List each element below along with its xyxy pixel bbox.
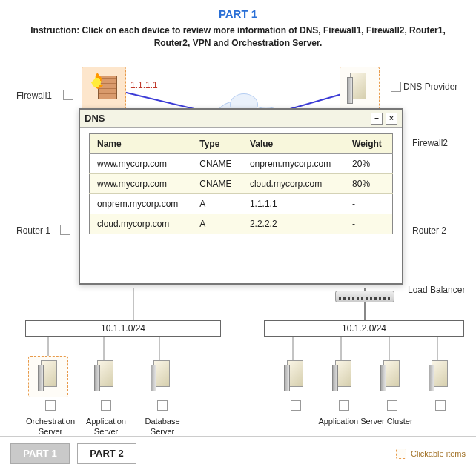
load-balancer-label: Load Balancer xyxy=(408,285,465,295)
part1-button[interactable]: PART 1 xyxy=(10,443,70,464)
server-icon xyxy=(332,357,354,391)
table-row: onprem.mycorp.com A 1.1.1.1 - xyxy=(90,194,393,214)
close-button[interactable]: × xyxy=(386,113,397,125)
col-name: Name xyxy=(90,134,193,154)
part-title: PART 1 xyxy=(0,7,476,20)
orchestration-label: Orchestration Server xyxy=(22,417,79,437)
dns-window-titlebar[interactable]: DNS – × xyxy=(80,110,402,128)
minimize-button[interactable]: – xyxy=(371,113,383,125)
application-server-checkbox[interactable] xyxy=(101,400,111,411)
cell: CNAME xyxy=(192,174,242,194)
table-row: www.mycorp.com CNAME cloud.mycorp.com 80… xyxy=(90,174,393,194)
cluster-node-3 xyxy=(369,357,414,391)
cluster-node-1-checkbox[interactable] xyxy=(291,400,301,411)
server-icon xyxy=(347,70,369,104)
table-row: www.mycorp.com CNAME onprem.mycorp.com 2… xyxy=(90,154,393,174)
firewall1-ip: 1.1.1.1 xyxy=(130,80,158,90)
cluster-node-3-checkbox[interactable] xyxy=(387,400,397,411)
col-type: Type xyxy=(192,134,242,154)
diagram-canvas: 1.1.1.1 Firewall1 DNS Provider Firewall2… xyxy=(0,61,476,409)
clickable-legend: Clickable items xyxy=(396,449,466,459)
cell: cloud.mycorp.com xyxy=(90,214,193,234)
application-server xyxy=(83,357,128,391)
orchestration-server xyxy=(27,357,71,391)
cluster-node-2 xyxy=(321,357,366,391)
subnet-left: 10.1.1.0/24 xyxy=(25,320,221,337)
part2-button[interactable]: PART 2 xyxy=(77,443,136,464)
dns-window[interactable]: DNS – × Name Type Value Weight www.mycor… xyxy=(79,108,403,285)
router2-label: Router 2 xyxy=(412,225,446,236)
cell: CNAME xyxy=(192,154,242,174)
database-server-checkbox[interactable] xyxy=(157,400,168,411)
cluster-node-4 xyxy=(417,357,462,391)
cluster-node-4-checkbox[interactable] xyxy=(435,400,446,411)
col-weight: Weight xyxy=(345,134,392,154)
firewall1-label: Firewall1 xyxy=(16,90,52,101)
firewall2-label: Firewall2 xyxy=(412,138,448,148)
cell: onprem.mycorp.com xyxy=(90,194,193,214)
cell: A xyxy=(192,194,242,214)
firewall1-checkbox[interactable] xyxy=(63,90,73,100)
table-row: cloud.mycorp.com A 2.2.2.2 - xyxy=(90,214,393,234)
server-icon xyxy=(94,357,116,391)
legend-swatch-icon xyxy=(396,449,406,459)
subnet-right: 10.1.2.0/24 xyxy=(264,320,464,337)
cell: cloud.mycorp.com xyxy=(242,174,345,194)
cell: - xyxy=(345,194,392,214)
cluster-node-2-checkbox[interactable] xyxy=(339,400,349,411)
server-icon xyxy=(380,357,403,391)
server-icon xyxy=(429,357,451,391)
cell: A xyxy=(192,214,242,234)
cell: www.mycorp.com xyxy=(90,154,193,174)
cell: www.mycorp.com xyxy=(90,174,193,194)
database-server-label: Database Server xyxy=(136,417,188,437)
cell: 2.2.2.2 xyxy=(242,214,345,234)
dns-window-body: Name Type Value Weight www.mycorp.com CN… xyxy=(80,128,402,243)
cluster-label: Application Server Cluster xyxy=(295,417,436,427)
server-icon xyxy=(151,357,173,391)
load-balancer-icon xyxy=(335,291,394,302)
col-value: Value xyxy=(242,134,345,154)
instruction-text: Instruction: Click on each device to rev… xyxy=(22,24,454,50)
cell: - xyxy=(345,214,392,234)
router1-checkbox[interactable] xyxy=(60,225,70,235)
dns-provider-label: DNS Provider xyxy=(403,82,457,92)
cell: 20% xyxy=(345,154,392,174)
cell: 1.1.1.1 xyxy=(242,194,345,214)
legend-text: Clickable items xyxy=(411,449,466,458)
dns-provider-checkbox[interactable] xyxy=(391,82,401,92)
database-server xyxy=(139,357,184,391)
cluster-node-1 xyxy=(273,357,317,391)
server-icon xyxy=(38,357,60,391)
footer-toolbar: PART 1 PART 2 Clickable items xyxy=(0,436,476,470)
server-icon xyxy=(284,357,306,391)
cell: 80% xyxy=(345,174,392,194)
firewall-icon xyxy=(89,71,119,101)
cell: onprem.mycorp.com xyxy=(242,154,345,174)
dns-window-title: DNS xyxy=(85,113,105,124)
orchestration-checkbox[interactable] xyxy=(45,400,56,411)
dns-table: Name Type Value Weight www.mycorp.com CN… xyxy=(89,133,393,234)
router1-label: Router 1 xyxy=(16,225,50,236)
application-server-label: Application Server xyxy=(80,417,132,437)
